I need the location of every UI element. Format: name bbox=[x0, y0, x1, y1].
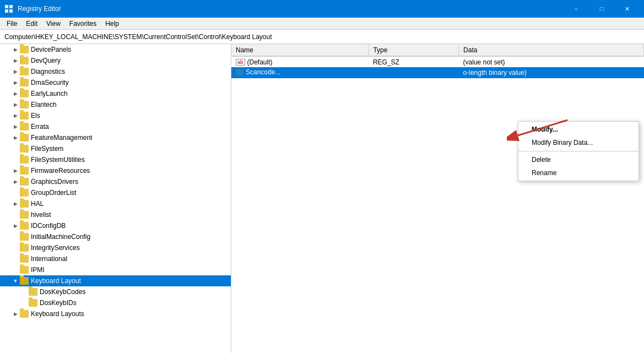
tree-item-EarlyLaunch[interactable]: ▶ EarlyLaunch bbox=[0, 88, 231, 99]
maximize-button[interactable]: □ bbox=[589, 0, 614, 18]
app-title: Registry Editor bbox=[18, 5, 61, 13]
tree-item-FirmwareResources[interactable]: ▶ FirmwareResources bbox=[0, 165, 231, 176]
folder-icon-FileSystemUtilities bbox=[20, 156, 29, 164]
title-bar: Registry Editor − □ ✕ bbox=[0, 0, 644, 18]
context-menu-delete[interactable]: Delete bbox=[518, 153, 638, 166]
tree-label-DevicePanels: DevicePanels bbox=[31, 46, 71, 53]
folder-icon-HAL bbox=[20, 200, 29, 208]
close-button[interactable]: ✕ bbox=[614, 0, 640, 18]
registry-values-table: Name Type Data ab (Default) REG_SZ (valu… bbox=[231, 44, 644, 78]
tree-item-KeyboardLayouts[interactable]: ▶ Keyboard Layouts bbox=[0, 308, 231, 319]
tree-item-IDConfigDB[interactable]: ▶ IDConfigDB bbox=[0, 220, 231, 231]
menu-favorites[interactable]: Favorites bbox=[65, 18, 101, 30]
tree-item-IPMI[interactable]: IPMI bbox=[0, 264, 231, 275]
tree-item-Elantech[interactable]: ▶ Elantech bbox=[0, 99, 231, 110]
folder-icon-KeyboardLayouts bbox=[20, 310, 29, 318]
address-path: Computer\HKEY_LOCAL_MACHINE\SYSTEM\Curre… bbox=[4, 33, 272, 41]
context-menu-rename[interactable]: Rename bbox=[518, 166, 638, 180]
tree-item-hivelist[interactable]: hivelist bbox=[0, 209, 231, 220]
tree-item-DosKeybIDs[interactable]: DosKeybIDs bbox=[0, 297, 231, 308]
tree-item-KeyboardLayout[interactable]: ▼ Keyboard Layout bbox=[0, 275, 231, 286]
tree-label-IDConfigDB: IDConfigDB bbox=[31, 222, 66, 230]
tree-label-EarlyLaunch: EarlyLaunch bbox=[31, 90, 68, 97]
tree-item-Errata[interactable]: ▶ Errata bbox=[0, 121, 231, 132]
minimize-button[interactable]: − bbox=[564, 0, 589, 18]
svg-rect-3 bbox=[9, 9, 13, 13]
tree-item-InitialMachineConfig[interactable]: InitialMachineConfig bbox=[0, 231, 231, 242]
context-menu-modify-binary[interactable]: Modify Binary Data... bbox=[518, 136, 638, 149]
registry-tree[interactable]: ▶ DevicePanels ▶ DevQuery ▶ Diagnostics … bbox=[0, 44, 231, 353]
app-icon bbox=[4, 4, 13, 13]
expander-DosKeybCodes bbox=[20, 287, 29, 296]
svg-rect-2 bbox=[5, 9, 8, 13]
row-data-default: (value not set) bbox=[459, 56, 644, 67]
folder-icon-DosKeybCodes bbox=[29, 288, 37, 296]
tree-label-KeyboardLayout: Keyboard Layout bbox=[31, 277, 81, 285]
folder-icon-Elantech bbox=[20, 101, 29, 108]
expander-DevQuery: ▶ bbox=[11, 56, 20, 65]
context-menu-modify[interactable]: Modify... bbox=[518, 123, 638, 136]
folder-icon-FeatureManagement bbox=[20, 134, 29, 142]
expander-InitialMachineConfig bbox=[11, 232, 20, 241]
tree-item-DmaSecurity[interactable]: ▶ DmaSecurity bbox=[0, 77, 231, 88]
tree-label-Elantech: Elantech bbox=[31, 101, 57, 108]
folder-icon-International bbox=[20, 255, 29, 263]
menu-help[interactable]: Help bbox=[101, 18, 123, 30]
address-bar: Computer\HKEY_LOCAL_MACHINE\SYSTEM\Curre… bbox=[0, 30, 644, 44]
folder-icon-KeyboardLayout bbox=[20, 277, 29, 285]
tree-item-HAL[interactable]: ▶ HAL bbox=[0, 198, 231, 209]
expander-KeyboardLayouts: ▶ bbox=[11, 309, 20, 318]
tree-item-FileSystem[interactable]: FileSystem bbox=[0, 143, 231, 154]
expander-HAL: ▶ bbox=[11, 199, 20, 208]
tree-item-Diagnostics[interactable]: ▶ Diagnostics bbox=[0, 66, 231, 77]
tree-label-FirmwareResources: FirmwareResources bbox=[31, 167, 90, 175]
expander-GraphicsDrivers: ▶ bbox=[11, 177, 20, 186]
folder-icon-hivelist bbox=[20, 211, 29, 219]
tree-label-hivelist: hivelist bbox=[31, 211, 51, 219]
tree-label-Els: Els bbox=[31, 112, 40, 120]
table-row-selected[interactable]: Scancode... o-length binary value) bbox=[231, 67, 644, 78]
row-type-scancode bbox=[369, 67, 459, 78]
expander-EarlyLaunch: ▶ bbox=[11, 89, 20, 98]
tree-item-DevQuery[interactable]: ▶ DevQuery bbox=[0, 55, 231, 66]
tree-label-Diagnostics: Diagnostics bbox=[31, 68, 65, 75]
column-data[interactable]: Data bbox=[459, 44, 644, 56]
tree-label-FeatureManagement: FeatureManagement bbox=[31, 134, 92, 142]
tree-item-GroupOrderList[interactable]: GroupOrderList bbox=[0, 187, 231, 198]
tree-label-DmaSecurity: DmaSecurity bbox=[31, 79, 69, 86]
tree-label-IPMI: IPMI bbox=[31, 266, 45, 274]
menu-view[interactable]: View bbox=[42, 18, 65, 30]
expander-International bbox=[11, 254, 20, 263]
reg-sz-icon: ab bbox=[236, 59, 245, 66]
content-panel: Name Type Data ab (Default) REG_SZ (valu… bbox=[231, 44, 644, 353]
tree-item-International[interactable]: International bbox=[0, 253, 231, 264]
tree-item-DevicePanels[interactable]: ▶ DevicePanels bbox=[0, 44, 231, 55]
table-row[interactable]: ab (Default) REG_SZ (value not set) bbox=[231, 56, 644, 67]
expander-FirmwareResources: ▶ bbox=[11, 166, 20, 175]
column-type[interactable]: Type bbox=[369, 44, 459, 56]
tree-item-IntegrityServices[interactable]: IntegrityServices bbox=[0, 242, 231, 253]
folder-icon-GraphicsDrivers bbox=[20, 178, 29, 186]
folder-icon-GroupOrderList bbox=[20, 189, 29, 197]
expander-Diagnostics: ▶ bbox=[11, 67, 20, 76]
tree-label-KeyboardLayouts: Keyboard Layouts bbox=[31, 310, 84, 318]
window-controls: − □ ✕ bbox=[564, 0, 640, 18]
folder-icon-FirmwareResources bbox=[20, 167, 29, 175]
tree-label-DosKeybIDs: DosKeybIDs bbox=[40, 299, 77, 307]
menu-edit[interactable]: Edit bbox=[21, 18, 42, 30]
tree-item-FileSystemUtilities[interactable]: FileSystemUtilities bbox=[0, 154, 231, 165]
menu-bar: File Edit View Favorites Help bbox=[0, 18, 644, 30]
tree-item-Els[interactable]: ▶ Els bbox=[0, 110, 231, 121]
folder-icon-IPMI bbox=[20, 266, 29, 274]
column-name[interactable]: Name bbox=[231, 44, 369, 56]
expander-FileSystemUtilities bbox=[11, 155, 20, 164]
tree-item-GraphicsDrivers[interactable]: ▶ GraphicsDrivers bbox=[0, 176, 231, 187]
expander-IntegrityServices bbox=[11, 243, 20, 252]
reg-bin-icon bbox=[236, 69, 243, 75]
tree-item-DosKeybCodes[interactable]: DosKeybCodes bbox=[0, 286, 231, 297]
tree-label-InitialMachineConfig: InitialMachineConfig bbox=[31, 233, 90, 241]
menu-file[interactable]: File bbox=[2, 18, 21, 30]
tree-item-FeatureManagement[interactable]: ▶ FeatureManagement bbox=[0, 132, 231, 143]
tree-label-DevQuery: DevQuery bbox=[31, 57, 61, 64]
context-menu-separator bbox=[518, 151, 638, 151]
